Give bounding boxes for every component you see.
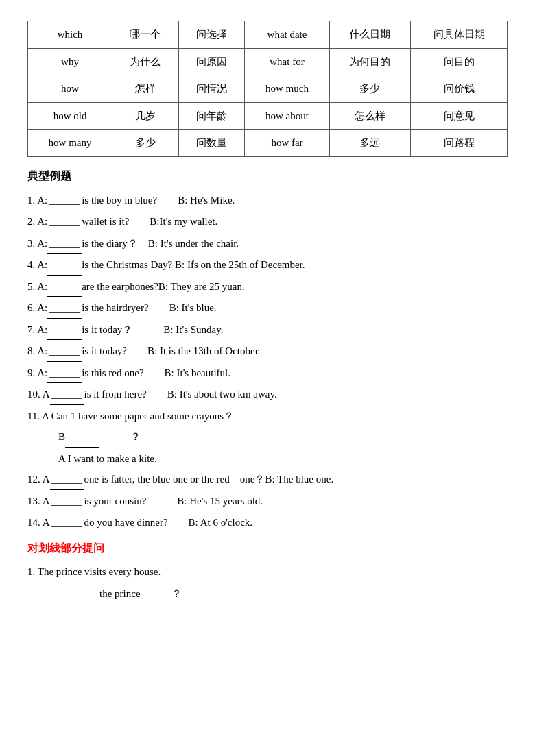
exercise-number: 5. bbox=[27, 281, 37, 292]
section2-exercises: 1. The prince visits every house.______ … bbox=[27, 561, 508, 604]
exercise-prefix: A bbox=[43, 496, 50, 507]
exercise-item: 4. A:______is the Christmas Day? B: Ifs … bbox=[27, 255, 508, 276]
exercise-prefix: A: bbox=[37, 367, 47, 378]
underlined-part: every house bbox=[108, 566, 158, 577]
section2-item: 1. The prince visits every house. bbox=[27, 561, 508, 582]
answer-blank: ______ bbox=[47, 191, 82, 211]
table-cell: 问具体日期 bbox=[411, 21, 508, 49]
exercise-item: 13. A______is your cousin? B: He's 15 ye… bbox=[27, 491, 508, 512]
table-cell: 什么日期 bbox=[329, 21, 411, 49]
exercise-number: 2. bbox=[27, 216, 37, 227]
exercise-rest: one is fatter, the blue one or the red o… bbox=[84, 474, 334, 485]
table-cell: 问路程 bbox=[411, 130, 508, 157]
answer-line: ______ ______the prince______？ bbox=[27, 583, 508, 604]
table-cell: 问数量 bbox=[178, 130, 245, 157]
table-cell: how old bbox=[28, 102, 112, 130]
exercise-rest: is it from here? B: It's about two km aw… bbox=[84, 389, 277, 400]
table-cell: how far bbox=[245, 130, 329, 157]
exercise-item: 8. A:______is it today? B: It is the 13t… bbox=[27, 341, 508, 362]
exercise-number: 3. bbox=[27, 238, 37, 249]
exercise-item: B____________？ bbox=[27, 427, 508, 448]
exercise-rest: is the boy in blue? B: He's Mike. bbox=[82, 195, 235, 206]
answer-blank: ______ bbox=[47, 341, 82, 362]
table-cell: what date bbox=[245, 21, 329, 49]
exercise-item: 14. A______do you have dinner? B: At 6 o… bbox=[27, 513, 508, 533]
answer-blank: ______ bbox=[47, 255, 82, 276]
table-cell: why bbox=[28, 48, 112, 75]
exercise-item: 10. A______is it from here? B: It's abou… bbox=[27, 385, 508, 405]
table-cell: 为什么 bbox=[112, 48, 179, 75]
answer-blank: ______ bbox=[50, 513, 84, 533]
exercise-number: 1. bbox=[27, 195, 37, 206]
exercise-number: 1. bbox=[27, 566, 38, 577]
section2-title: 对划线部分提问 bbox=[27, 541, 508, 556]
exercise-item: 7. A:______is it today？ B: It's Sunday. bbox=[27, 320, 508, 341]
answer-blank: ______ bbox=[65, 427, 99, 448]
exercise-prefix: A bbox=[43, 474, 50, 485]
exercise-prefix: A: bbox=[37, 195, 47, 206]
exercise-number: 12. bbox=[27, 474, 43, 485]
section1-title: 典型例题 bbox=[27, 169, 508, 184]
answer-blank: ______ bbox=[47, 363, 82, 384]
exercise-item: 5. A:______are the earphones?B: They are… bbox=[27, 277, 508, 297]
table-cell: 多远 bbox=[329, 130, 411, 157]
exercises-list: 1. A:______is the boy in blue? B: He's M… bbox=[27, 191, 508, 533]
exercise-rest: is this red one? B: It's beautiful. bbox=[82, 367, 230, 378]
exercise-prefix: A: bbox=[37, 259, 47, 270]
table-cell: 怎么样 bbox=[329, 102, 411, 130]
exercise-rest: is the hairdryer? B: It's blue. bbox=[82, 302, 216, 313]
table-cell: how about bbox=[245, 102, 329, 130]
exercise-rest: ______？ bbox=[99, 431, 141, 442]
exercise-number: 8. bbox=[27, 345, 37, 356]
exercise-prefix: B bbox=[27, 431, 65, 442]
table-cell: 多少 bbox=[112, 130, 179, 157]
exercise-rest: is your cousin? B: He's 15 years old. bbox=[84, 496, 263, 507]
table-cell: 问目的 bbox=[411, 48, 508, 75]
table-cell: how much bbox=[245, 75, 329, 103]
exercise-item: A I want to make a kite. bbox=[27, 449, 508, 469]
table-cell: 怎样 bbox=[112, 75, 179, 103]
exercise-prefix: A: bbox=[37, 345, 47, 356]
exercise-number: 14. bbox=[27, 517, 43, 528]
exercise-number: 4. bbox=[27, 259, 37, 270]
exercise-prefix: A: bbox=[37, 216, 47, 227]
table-cell: 哪一个 bbox=[112, 21, 179, 49]
table-cell: how many bbox=[28, 130, 112, 157]
answer-blank: ______ bbox=[47, 320, 82, 341]
exercise-rest: do you have dinner? B: At 6 o'clock. bbox=[84, 517, 253, 528]
table-cell: which bbox=[28, 21, 112, 49]
exercise-prefix: A: bbox=[37, 281, 47, 292]
table-cell: how bbox=[28, 75, 112, 103]
table-cell: 问情况 bbox=[178, 75, 245, 103]
exercise-number: 10. bbox=[27, 389, 43, 400]
table-cell: what for bbox=[245, 48, 329, 75]
table-cell: 多少 bbox=[329, 75, 411, 103]
exercise-rest: is the Christmas Day? B: Ifs on the 25th… bbox=[82, 259, 305, 270]
exercise-item: 1. A:______is the boy in blue? B: He's M… bbox=[27, 191, 508, 211]
exercise-prefix: A bbox=[43, 389, 50, 400]
exercise-rest: is it today? B: It is the 13th of Octobe… bbox=[82, 345, 260, 356]
exercise-prefix: A: bbox=[37, 238, 47, 249]
exercise-item: 9. A:______is this red one? B: It's beau… bbox=[27, 363, 508, 384]
exercise-item: 12. A______one is fatter, the blue one o… bbox=[27, 470, 508, 490]
vocabulary-table: which哪一个问选择what date什么日期问具体日期why为什么问原因wh… bbox=[27, 21, 508, 157]
answer-blank: ______ bbox=[50, 491, 84, 512]
answer-blank: ______ bbox=[50, 470, 84, 490]
table-cell: 问选择 bbox=[178, 21, 245, 49]
exercise-prefix: A: bbox=[37, 324, 47, 335]
exercise-prefix: A bbox=[43, 517, 50, 528]
exercise-item: 6. A:______is the hairdryer? B: It's blu… bbox=[27, 298, 508, 319]
table-cell: 为何目的 bbox=[329, 48, 411, 75]
sentence-end: . bbox=[158, 566, 161, 577]
exercise-item: 11. A Can 1 have some paper and some cra… bbox=[27, 406, 508, 426]
exercise-rest: is the diary？ B: It's under the chair. bbox=[82, 238, 239, 249]
table-cell: 问价钱 bbox=[411, 75, 508, 103]
sentence-text: The prince visits bbox=[38, 566, 109, 577]
table-cell: 问年龄 bbox=[178, 102, 245, 130]
exercise-item: 3. A:______is the diary？ B: It's under t… bbox=[27, 234, 508, 254]
answer-blank: ______ bbox=[47, 212, 82, 232]
exercise-number: 6. bbox=[27, 302, 37, 313]
exercise-number: 9. bbox=[27, 367, 37, 378]
exercise-prefix: A: bbox=[37, 302, 47, 313]
answer-blank: ______ bbox=[47, 277, 82, 297]
